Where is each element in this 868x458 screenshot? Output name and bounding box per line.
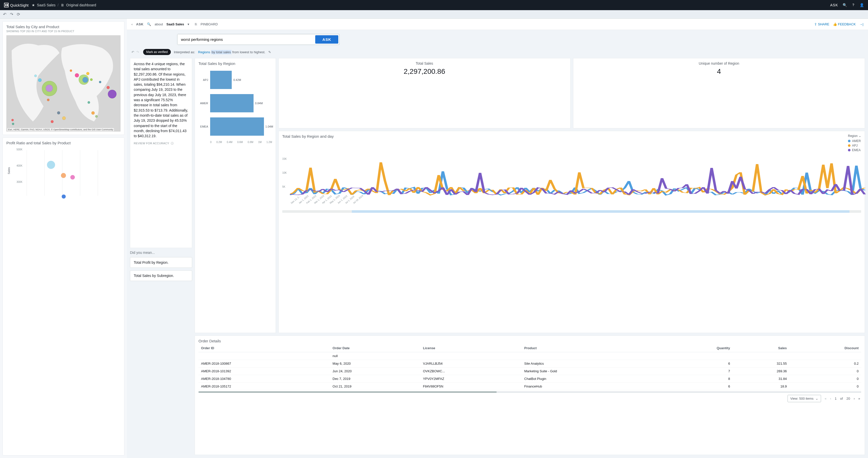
- table-row[interactable]: AMER-2018-100867May 6, 2020VJARLLBJ54Sit…: [198, 360, 861, 367]
- dym-item[interactable]: Total Profit by Region.: [130, 257, 192, 268]
- thumb-icon: 👍: [833, 22, 837, 26]
- bar-row[interactable]: AMER 0.84M: [198, 94, 272, 112]
- page-of: of: [840, 397, 843, 400]
- scatter-visual[interactable]: Profit Ratio and total Sales by Product …: [3, 137, 124, 455]
- topic-name[interactable]: SaaS Sales: [166, 22, 184, 26]
- legend-dot: [848, 149, 850, 152]
- pin-icon[interactable]: ⎘: [195, 22, 197, 26]
- table-col[interactable]: Sales: [733, 344, 789, 352]
- document-icon: 🗎: [61, 3, 64, 7]
- kpi-region-count[interactable]: Unique number of Region 4: [573, 58, 865, 128]
- breadcrumb-favorite[interactable]: SaaS Sales: [37, 3, 56, 7]
- page-total: 20: [846, 397, 850, 400]
- order-table[interactable]: Order Details Order IDOrder DateLicenseP…: [195, 335, 865, 455]
- legend-item[interactable]: AMER: [848, 139, 861, 143]
- quicksight-icon: [4, 3, 9, 7]
- bar-x-axis: 00.2M0.4M0.6M0.8M1M1.2M: [198, 141, 272, 143]
- table-col[interactable]: License: [420, 344, 522, 352]
- user-icon[interactable]: 👤: [860, 3, 864, 7]
- kpi-value: 2,297,200.86: [282, 67, 567, 75]
- page-next-icon[interactable]: ›: [854, 397, 855, 400]
- scatter-title: Profit Ratio and total Sales by Product: [6, 141, 121, 145]
- scatter-canvas[interactable]: Sales 500K 400K 300K: [6, 148, 121, 201]
- toolbar: ↶ ↷ ⟳: [0, 10, 868, 19]
- table-col[interactable]: Product: [522, 344, 664, 352]
- bar-value: 0.42M: [233, 78, 241, 81]
- table-col[interactable]: Order Date: [330, 344, 420, 352]
- help-icon[interactable]: ？: [851, 3, 855, 7]
- ask-button[interactable]: ASK: [315, 35, 338, 44]
- legend-item[interactable]: APJ: [848, 144, 861, 148]
- kpi-label: Unique number of Region: [577, 61, 861, 65]
- refresh-icon[interactable]: ⟳: [17, 12, 20, 17]
- page-current: 1: [835, 397, 837, 400]
- bar-chart[interactable]: Total Sales by Region APJ 0.42MAMER 0.84…: [195, 58, 276, 333]
- feedback-link[interactable]: 👍FEEDBACK: [833, 22, 856, 26]
- table-header-row: Order IDOrder DateLicenseProductQuantity…: [198, 344, 861, 352]
- view-dropdown[interactable]: View: 500 items⌄: [787, 395, 821, 402]
- map-canvas[interactable]: Esri, HERE, Garmin, FAO, NOAA, USGS, © O…: [6, 35, 121, 132]
- interp-order: from lowest to highest.: [232, 50, 265, 54]
- bar-cat: APJ: [198, 78, 210, 81]
- table-row[interactable]: AMER-2018-104780Dec 7, 2019YPV0Y2MFAZCha…: [198, 375, 861, 383]
- star-icon[interactable]: ★: [32, 3, 35, 7]
- table-row[interactable]: null: [198, 352, 861, 360]
- narrative-card: Across the 4 unique regions, the total s…: [130, 58, 192, 248]
- table-footer: View: 500 items⌄ « ‹ 1 of 20 › »: [198, 393, 861, 402]
- line-legend[interactable]: Region ⌄ AMERAPJEMEA: [848, 134, 861, 153]
- back-label[interactable]: ASK: [136, 22, 144, 26]
- interp-metric[interactable]: by total sales: [211, 50, 231, 54]
- line-chart[interactable]: Total Sales by Region and day Region ⌄ A…: [278, 131, 865, 333]
- redo-icon[interactable]: ↷: [10, 12, 13, 17]
- topbar-ask[interactable]: ASK: [830, 3, 838, 7]
- line-title: Total Sales by Region and day: [282, 134, 334, 138]
- back-icon[interactable]: ‹: [131, 22, 132, 26]
- legend-dot: [848, 144, 850, 147]
- breadcrumb-doc[interactable]: Original dashboard: [66, 3, 96, 7]
- close-icon[interactable]: →|: [859, 22, 863, 26]
- table-col[interactable]: Order ID: [198, 344, 330, 352]
- dym-item[interactable]: Total Sales by Subregion.: [130, 270, 192, 281]
- chevron-down-icon[interactable]: ▾: [188, 22, 189, 26]
- q-panel: ‹ ASK 🔍 about SaaS Sales ▾ ⎘ PINBOARD ⇪S…: [127, 19, 868, 458]
- bar-row[interactable]: EMEA 1.04M: [198, 118, 272, 136]
- bar-cat: AMER: [198, 102, 210, 105]
- narrative-text: Across the 4 unique regions, the total s…: [134, 61, 188, 138]
- undo-icon[interactable]: ↶: [3, 12, 6, 17]
- verify-button[interactable]: Mark as verified: [143, 49, 171, 55]
- table-row[interactable]: AMER-2018-105172Oct 21, 2019F84V88OF5NFi…: [198, 383, 861, 390]
- legend-item[interactable]: EMEA: [848, 149, 861, 152]
- q-header: ‹ ASK 🔍 about SaaS Sales ▾ ⎘ PINBOARD ⇪S…: [127, 19, 868, 30]
- q-redo-icon[interactable]: ↷: [136, 50, 139, 54]
- chevron-down-icon[interactable]: ⌄: [859, 134, 861, 138]
- map-visual[interactable]: Total Sales by City and Product SHOWING …: [3, 21, 124, 135]
- page-prev-icon[interactable]: ‹: [830, 397, 831, 400]
- ytick: 400K: [17, 164, 22, 167]
- q-undo-icon[interactable]: ↶: [131, 50, 134, 54]
- table-row[interactable]: AMER-2018-101392Jun 24, 2020OVKZBOWC...M…: [198, 367, 861, 375]
- table-h-scrollbar[interactable]: [198, 391, 861, 393]
- pinboard-label[interactable]: PINBOARD: [200, 22, 218, 26]
- app-name: QuickSight: [10, 3, 29, 7]
- table-col[interactable]: Quantity: [663, 344, 733, 352]
- interp-regions[interactable]: Regions: [198, 50, 210, 54]
- info-icon: ⓘ: [171, 141, 174, 145]
- line-plot-area[interactable]: 15K10K5KDec 13, 2...Jan 1, 2023Feb 1, 20…: [282, 155, 861, 203]
- line-ytick: 15K: [282, 158, 287, 160]
- map-attribution: Esri, HERE, Garmin, FAO, NOAA, USGS, © O…: [7, 128, 114, 131]
- share-link[interactable]: ⇪SHARE: [814, 22, 830, 26]
- page-last-icon[interactable]: »: [858, 397, 860, 400]
- app-logo[interactable]: QuickSight: [4, 3, 29, 7]
- kpi-total-sales[interactable]: Total Sales 2,297,200.86: [278, 58, 570, 128]
- page-first-icon[interactable]: «: [825, 397, 826, 400]
- time-scrollbar[interactable]: [282, 210, 861, 213]
- ask-bar: ASK: [177, 34, 340, 45]
- review-accuracy[interactable]: REVIEW FOR ACCURACY ⓘ: [134, 141, 188, 145]
- search-small-icon: 🔍: [147, 22, 151, 26]
- kpi-value: 4: [577, 67, 861, 75]
- bar-row[interactable]: APJ 0.42M: [198, 71, 272, 89]
- ask-input[interactable]: [177, 34, 314, 45]
- table-col[interactable]: Discount: [789, 344, 861, 352]
- edit-icon[interactable]: ✎: [268, 50, 271, 54]
- search-icon[interactable]: 🔍: [843, 3, 847, 7]
